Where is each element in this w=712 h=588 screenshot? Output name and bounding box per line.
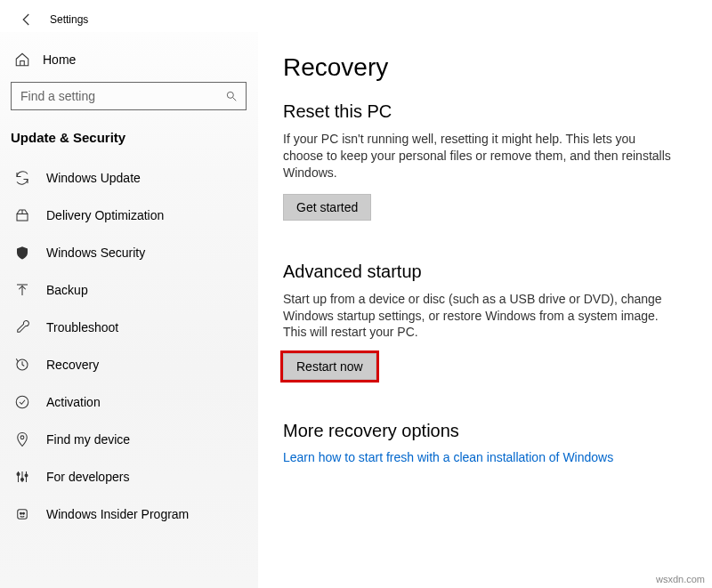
sidebar-item-activation[interactable]: Activation bbox=[0, 383, 257, 421]
advanced-startup-title: Advanced startup bbox=[283, 262, 687, 282]
location-icon bbox=[14, 431, 30, 447]
sidebar-item-delivery-optimization[interactable]: Delivery Optimization bbox=[0, 197, 257, 234]
sidebar-nav: Windows Update Delivery Optimization Win… bbox=[0, 159, 257, 533]
sidebar-item-label: For developers bbox=[46, 470, 129, 484]
shield-icon bbox=[14, 245, 30, 261]
backup-icon bbox=[14, 282, 30, 298]
insider-icon bbox=[14, 506, 30, 522]
sidebar: Home Update & Security Windows Update bbox=[0, 32, 258, 588]
svg-point-7 bbox=[25, 474, 28, 477]
sliders-icon bbox=[14, 469, 30, 485]
page-title: Recovery bbox=[283, 53, 687, 82]
sidebar-item-windows-insider[interactable]: Windows Insider Program bbox=[0, 495, 257, 533]
svg-point-0 bbox=[227, 92, 233, 98]
sidebar-item-label: Windows Security bbox=[46, 246, 145, 260]
sidebar-item-label: Activation bbox=[46, 395, 101, 409]
search-container bbox=[0, 75, 257, 119]
svg-point-3 bbox=[16, 396, 28, 408]
svg-point-5 bbox=[17, 473, 20, 476]
restart-now-button[interactable]: Restart now bbox=[283, 353, 376, 380]
check-circle-icon bbox=[14, 394, 30, 410]
get-started-button[interactable]: Get started bbox=[283, 194, 371, 221]
advanced-startup-text: Start up from a device or disc (such as … bbox=[283, 291, 675, 342]
svg-point-10 bbox=[23, 512, 25, 514]
sidebar-item-for-developers[interactable]: For developers bbox=[0, 458, 257, 495]
search-input[interactable] bbox=[12, 83, 246, 109]
home-icon bbox=[14, 52, 30, 68]
back-button[interactable] bbox=[16, 9, 37, 30]
sidebar-item-label: Recovery bbox=[46, 358, 99, 372]
sidebar-section-label: Update & Security bbox=[0, 119, 257, 152]
sidebar-item-find-my-device[interactable]: Find my device bbox=[0, 421, 257, 458]
watermark: wsxdn.com bbox=[656, 574, 705, 584]
sidebar-item-label: Delivery Optimization bbox=[46, 208, 164, 222]
fresh-install-link[interactable]: Learn how to start fresh with a clean in… bbox=[283, 450, 687, 464]
titlebar: Settings bbox=[0, 0, 712, 32]
sidebar-home[interactable]: Home bbox=[0, 44, 257, 75]
arrow-left-icon bbox=[19, 12, 35, 28]
recovery-icon bbox=[14, 357, 30, 373]
delivery-icon bbox=[14, 207, 30, 223]
svg-rect-1 bbox=[17, 214, 28, 222]
svg-rect-8 bbox=[18, 510, 28, 520]
sidebar-item-backup[interactable]: Backup bbox=[0, 271, 257, 309]
sidebar-item-recovery[interactable]: Recovery bbox=[0, 346, 257, 383]
sidebar-item-label: Windows Insider Program bbox=[46, 507, 189, 521]
sidebar-item-windows-update[interactable]: Windows Update bbox=[0, 159, 257, 197]
sidebar-item-windows-security[interactable]: Windows Security bbox=[0, 234, 257, 271]
svg-point-6 bbox=[21, 479, 24, 481]
app-title: Settings bbox=[50, 13, 88, 26]
search-box[interactable] bbox=[11, 82, 247, 110]
search-icon bbox=[224, 89, 239, 103]
svg-point-4 bbox=[20, 436, 24, 439]
sync-icon bbox=[14, 170, 30, 186]
reset-pc-title: Reset this PC bbox=[283, 101, 687, 122]
reset-pc-text: If your PC isn't running well, resetting… bbox=[283, 131, 675, 181]
sidebar-item-label: Troubleshoot bbox=[46, 320, 118, 334]
sidebar-item-label: Find my device bbox=[46, 432, 130, 447]
sidebar-home-label: Home bbox=[43, 52, 76, 67]
sidebar-item-label: Windows Update bbox=[46, 171, 141, 185]
svg-point-9 bbox=[20, 512, 22, 514]
more-recovery-title: More recovery options bbox=[283, 421, 687, 441]
content-area: Recovery Reset this PC If your PC isn't … bbox=[258, 32, 712, 588]
sidebar-item-troubleshoot[interactable]: Troubleshoot bbox=[0, 309, 257, 346]
sidebar-item-label: Backup bbox=[46, 283, 88, 297]
wrench-icon bbox=[14, 319, 30, 335]
